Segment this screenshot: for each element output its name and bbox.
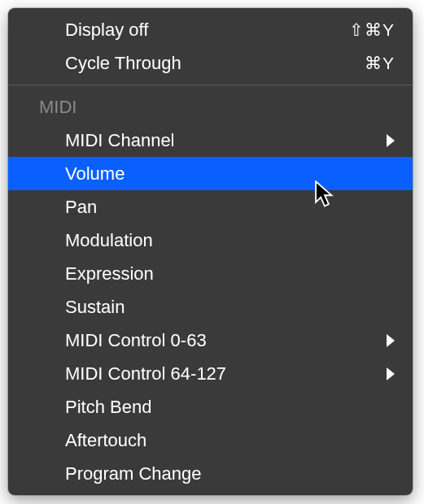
menu-item-shortcut: ⌘Y <box>365 54 395 73</box>
menu-item-midi-channel[interactable]: MIDI Channel <box>8 124 413 157</box>
menu-item-volume[interactable]: Volume <box>8 157 413 190</box>
menu-item-label: Pan <box>65 197 395 218</box>
menu-item-cycle-through[interactable]: Cycle Through ⌘Y <box>8 46 413 80</box>
menu-item-display-off[interactable]: Display off ⇧⌘Y <box>8 13 413 46</box>
menu-item-label: Display off <box>65 20 349 41</box>
submenu-arrow-icon <box>387 334 395 347</box>
menu-item-label: Program Change <box>65 463 395 484</box>
menu-item-program-change[interactable]: Program Change <box>8 457 413 490</box>
menu-item-label: Expression <box>65 263 395 285</box>
menu-item-pitch-bend[interactable]: Pitch Bend <box>8 390 413 424</box>
section-header-label: MIDI <box>39 97 395 118</box>
menu-item-label: Cycle Through <box>65 53 365 74</box>
menu-item-label: Volume <box>65 163 395 185</box>
menu-item-label: Aftertouch <box>65 430 395 451</box>
menu-item-label: MIDI Control 64-127 <box>65 363 387 385</box>
menu-item-midi-control-0-63[interactable]: MIDI Control 0-63 <box>8 324 413 357</box>
submenu-arrow-icon <box>387 367 395 380</box>
menu-section-header-midi: MIDI <box>8 90 413 124</box>
menu-item-sustain[interactable]: Sustain <box>8 290 413 324</box>
menu-item-label: Sustain <box>65 297 395 318</box>
menu-item-midi-control-64-127[interactable]: MIDI Control 64-127 <box>8 357 413 390</box>
menu-item-label: Modulation <box>65 230 395 251</box>
context-menu: Display off ⇧⌘Y Cycle Through ⌘Y MIDI MI… <box>8 8 413 495</box>
menu-item-shortcut: ⇧⌘Y <box>349 20 395 40</box>
menu-item-modulation[interactable]: Modulation <box>8 224 413 257</box>
menu-item-label: MIDI Channel <box>65 130 387 151</box>
menu-item-pan[interactable]: Pan <box>8 190 413 224</box>
menu-item-label: MIDI Control 0-63 <box>65 330 387 351</box>
menu-separator <box>8 85 413 85</box>
submenu-arrow-icon <box>387 134 395 147</box>
menu-item-label: Pitch Bend <box>65 397 395 418</box>
menu-item-expression[interactable]: Expression <box>8 257 413 290</box>
menu-item-aftertouch[interactable]: Aftertouch <box>8 424 413 457</box>
